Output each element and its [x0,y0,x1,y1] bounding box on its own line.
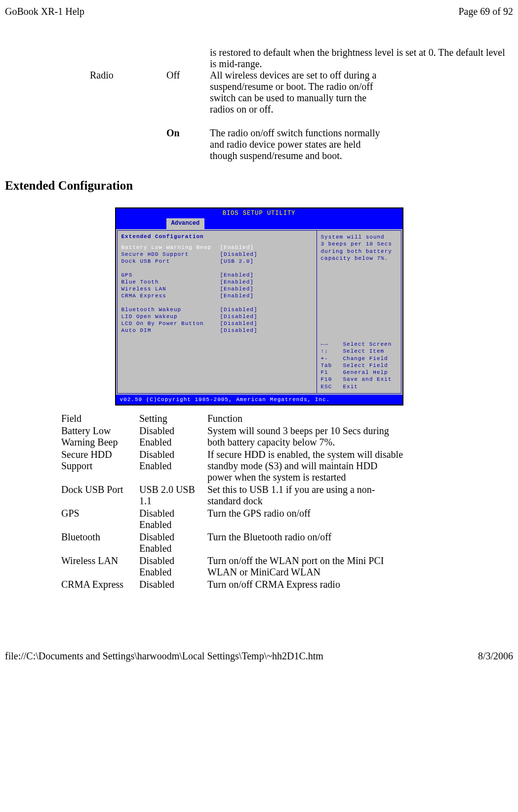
bios-left-pane: Extended Configuration Battery Low Warni… [117,230,317,394]
bios-item-val: [Disabled] [220,321,258,326]
bios-item-label: Wireless LAN [121,286,220,292]
bios-screenshot: BIOS SETUP UTILITY Advanced Extended Con… [115,207,403,406]
bios-keys: ←→Select Screen ↑↓Select Item +-Change F… [321,341,397,390]
settings-header-row: Field Setting Function [61,413,457,424]
bios-hint-line: capacity below 7%. [321,255,397,262]
cell-field: CRMA Express [61,579,139,590]
cell-func: Turn the Bluetooth radio on/off [207,531,403,554]
key-desc: Change Field [343,355,388,362]
cell-func: If secure HDD is enabled, the system wil… [207,449,403,483]
key-key: +- [321,355,343,362]
bios-item: GPS [Enabled] [121,272,313,278]
bios-footer: v02.59 (C)Copyright 1985-2005, American … [116,395,402,405]
key-key: ↑↓ [321,348,343,355]
key-row: TabSelect Field [321,362,397,369]
bios-item-label: GPS [121,272,220,278]
settings-table: Field Setting Function Battery Low Warni… [61,413,457,590]
radio-off-desc: All wireless devices are set to off duri… [210,70,385,115]
bios-item-val: [Disabled] [220,327,258,333]
bios-item-label: CRMA Express [121,293,220,299]
key-row: F10Save and Exit [321,376,397,383]
radio-on-desc: The radio on/off switch functions normal… [210,127,385,162]
bios-title: BIOS SETUP UTILITY [116,208,402,218]
key-desc: Select Field [343,362,388,369]
cell-field: Secure HDD Support [61,449,139,483]
radio-field: Radio [90,70,166,115]
key-row: F1General Help [321,369,397,376]
bios-tab-advanced: Advanced [166,218,205,229]
cell-func: Turn on/off CRMA Express radio [207,579,403,590]
bios-group1: Battery Low Warning Beep [Enabled] Secur… [121,244,313,264]
content-main: is restored to default when the brightne… [5,47,513,621]
cell-setting: Disabled Enabled [139,531,207,554]
table-row: Battery Low Warning Beep Disabled Enable… [61,425,457,448]
bios-item-label: Secure HDD Support [121,251,220,257]
key-key: ←→ [321,341,343,348]
bios-item-label: LCD On By Power Button [121,321,220,326]
bios-item: Bluetooth Wakeup [Disabled] [121,307,313,313]
bios-item-label: Auto DIM [121,327,220,333]
key-desc: Save and Exit [343,376,392,383]
cell-setting: Disabled Enabled [139,425,207,448]
bios-item-label: Blue Tooth [121,279,220,285]
radio-on-label: On [166,127,210,162]
bios-item: Battery Low Warning Beep [Enabled] [121,244,313,250]
cell-func: System will sound 3 beeps per 10 Secs du… [207,425,403,448]
bios-item-label: Bluetooth Wakeup [121,307,220,313]
bios-hint-line: System will sound [321,234,397,241]
cell-setting: USB 2.0 USB 1.1 [139,484,207,507]
bios-item-val: [USB 2.0] [220,258,254,264]
bios-item: Dock USB Port [USB 2.0] [121,258,313,264]
bios-menubar: Advanced [116,218,402,229]
cell-func: Turn the GPS radio on/off [207,508,403,530]
bios-tab-spacer [116,218,166,229]
key-desc: Select Item [343,348,385,355]
col-field-head: Field [61,413,139,424]
footer-right: 8/3/2006 [478,650,513,662]
bios-item: LID Open Wakeup [Disabled] [121,314,313,320]
bios-hint-line: during both battery [321,248,397,255]
prev-continued-desc: is restored to default when the brightne… [210,47,513,70]
prev-continued-row: is restored to default when the brightne… [90,47,513,70]
header-left: GoBook XR-1 Help [5,6,84,17]
bios-right-pane: System will sound 3 beeps per 10 Secs du… [317,230,401,394]
bios-item: Secure HDD Support [Disabled] [121,251,313,257]
cell-setting: Disabled [139,579,207,590]
cell-setting: Disabled Enabled [139,555,207,578]
bios-item-label: Battery Low Warning Beep [121,244,220,250]
key-row: +-Change Field [321,355,397,362]
key-row: ESCExit [321,383,397,390]
empty-field [90,127,166,162]
table-row: Wireless LAN Disabled Enabled Turn on/of… [61,555,457,578]
cell-field: GPS [61,508,139,530]
key-desc: Exit [343,383,358,390]
bios-item-val: [Disabled] [220,314,258,320]
radio-off-label: Off [166,70,210,115]
header-right: Page 69 of 92 [458,6,513,17]
table-row: CRMA Express Disabled Turn on/off CRMA E… [61,579,457,590]
bios-hint-line: 3 beeps per 10 Secs [321,241,397,247]
page-footer: file://C:\Documents and Settings\harwood… [5,650,513,662]
cell-field: Wireless LAN [61,555,139,578]
key-desc: Select Screen [343,341,392,348]
cell-field: Battery Low Warning Beep [61,425,139,448]
key-key: F10 [321,376,343,383]
bios-hint: System will sound 3 beeps per 10 Secs du… [321,234,397,262]
bios-item-val: [Disabled] [220,307,258,313]
bios-item-val: [Disabled] [220,251,258,257]
key-desc: General Help [343,369,388,376]
cell-setting: Disabled Enabled [139,449,207,483]
key-key: F1 [321,369,343,376]
bios-section-title: Extended Configuration [121,234,313,240]
cell-func: Set this to USB 1.1 if you are using a n… [207,484,403,507]
cell-field: Dock USB Port [61,484,139,507]
footer-left: file://C:\Documents and Settings\harwood… [5,650,323,662]
cell-setting: Disabled Enabled [139,508,207,530]
key-key: ESC [321,383,343,390]
bios-body: Extended Configuration Battery Low Warni… [116,229,402,395]
bios-item-val: [Enabled] [220,286,254,292]
radio-off-row: Radio Off All wireless devices are set t… [90,70,513,115]
extended-config-heading: Extended Configuration [5,179,513,193]
cell-field: Bluetooth [61,531,139,554]
bios-item-val: [Enabled] [220,244,254,250]
